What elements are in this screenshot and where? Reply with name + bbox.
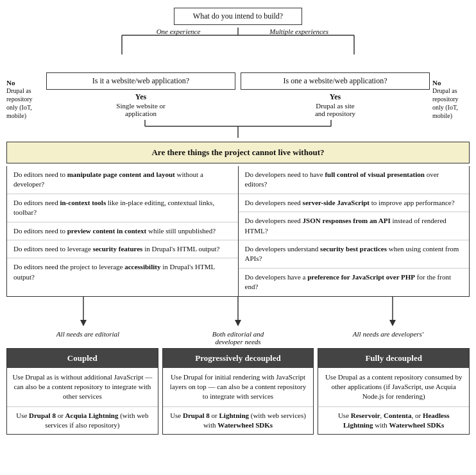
left-yes-desc: Single website or application bbox=[116, 102, 165, 117]
right-branch: Is one a website/web application? Yes Dr… bbox=[241, 72, 470, 120]
left-no-label: No bbox=[6, 79, 44, 87]
card-header-2: Fully decoupled bbox=[318, 349, 469, 368]
left-question-text: Is it a website/web application? bbox=[92, 76, 189, 85]
card-footer-0: Use Drupal 8 or Acquia Lightning (with w… bbox=[7, 407, 158, 435]
questions-grid: Do editors need to manipulate page conte… bbox=[6, 166, 470, 297]
card-header-0: Coupled bbox=[7, 349, 158, 368]
right-question-item-0: Do developers need to have full control … bbox=[239, 166, 470, 194]
right-question-container: Is one a website/web application? Yes Dr… bbox=[241, 72, 430, 117]
right-questions-col: Do developers need to have full control … bbox=[239, 166, 470, 296]
top-question-text: What do you intend to build? bbox=[193, 12, 283, 21]
left-yes: Yes Single website or application bbox=[116, 92, 165, 117]
bottom-cards-row: Coupled Use Drupal as is without additio… bbox=[6, 348, 470, 435]
right-question-item-4: Do developers have a preference for Java… bbox=[239, 269, 470, 296]
card-body-0: Use Drupal as is without additional Java… bbox=[7, 368, 158, 407]
svg-marker-11 bbox=[80, 320, 87, 326]
left-question-item-2: Do editors need to preview content in co… bbox=[7, 222, 238, 240]
card-footer-1: Use Drupal 8 or Lightning (with web serv… bbox=[163, 407, 314, 435]
left-branch: No Drupal asrepositoryonly (IoT,mobile) … bbox=[6, 72, 235, 120]
svg-marker-15 bbox=[389, 320, 396, 326]
bottom-card-1: Progressively decoupled Use Drupal for i… bbox=[162, 348, 314, 435]
card-footer-2: Use Reservoir, Contenta, or Headless Lig… bbox=[318, 407, 469, 435]
right-yes-area: Yes Drupal as site and repository bbox=[241, 92, 430, 117]
left-no-desc: Drupal asrepositoryonly (IoT,mobile) bbox=[6, 87, 44, 120]
big-question-box: Are there things the project cannot live… bbox=[6, 142, 470, 163]
card-body-2: Use Drupal as a content repository consu… bbox=[318, 368, 469, 407]
right-yes: Yes Drupal as site and repository bbox=[315, 92, 355, 117]
big-question-text: Are there things the project cannot live… bbox=[151, 147, 324, 157]
left-question-item-0: Do editors need to manipulate page conte… bbox=[7, 166, 238, 194]
bottom-connectors-svg bbox=[6, 297, 470, 328]
left-questions-col: Do editors need to manipulate page conte… bbox=[7, 166, 239, 296]
top-connectors-svg: One experience Multiple experiences bbox=[6, 28, 470, 72]
bottom-card-0: Coupled Use Drupal as is without additio… bbox=[6, 348, 158, 435]
diagram: What do you intend to build? One experie… bbox=[6, 8, 470, 435]
mid-connectors-svg bbox=[6, 120, 470, 138]
right-question-box: Is one a website/web application? bbox=[241, 72, 430, 90]
left-yes-label: Yes bbox=[116, 92, 165, 102]
right-yes-desc: Drupal as site and repository bbox=[315, 102, 355, 117]
top-question-box: What do you intend to build? bbox=[174, 8, 302, 25]
left-no-note: No Drupal asrepositoryonly (IoT,mobile) bbox=[6, 72, 44, 120]
arrow-label-left: All needs are editorial bbox=[13, 330, 163, 338]
right-no-label: No bbox=[432, 79, 470, 87]
right-question-item-2: Do developers need JSON responses from a… bbox=[239, 212, 470, 240]
right-question-item-1: Do developers need server-side JavaScrip… bbox=[239, 194, 470, 212]
big-question-row: Are there things the project cannot live… bbox=[6, 142, 470, 163]
left-question-box: Is it a website/web application? bbox=[46, 72, 235, 90]
right-question-text: Is one a website/web application? bbox=[284, 76, 387, 85]
right-no-note: No Drupal asrepositoryonly (IoT,mobile) bbox=[432, 72, 470, 120]
left-question-item-4: Do editors need the project to leverage … bbox=[7, 258, 238, 286]
arrow-label-right: All needs are developers' bbox=[313, 330, 463, 338]
card-header-1: Progressively decoupled bbox=[163, 349, 314, 368]
svg-text:Multiple experiences: Multiple experiences bbox=[269, 28, 328, 35]
arrow-labels-row: All needs are editorial Both editorial a… bbox=[6, 330, 470, 346]
right-question-item-3: Do developers understand security best p… bbox=[239, 240, 470, 269]
left-question-item-1: Do editors need in-context tools like in… bbox=[7, 194, 238, 222]
left-question-container: Is it a website/web application? Yes Sin… bbox=[46, 72, 235, 117]
svg-text:One experience: One experience bbox=[157, 28, 201, 35]
left-yes-area: Yes Single website or application bbox=[46, 92, 235, 117]
card-body-1: Use Drupal for initial rendering with Ja… bbox=[163, 368, 314, 407]
svg-marker-13 bbox=[235, 320, 241, 326]
right-yes-label: Yes bbox=[315, 92, 355, 102]
right-no-desc: Drupal asrepositoryonly (IoT,mobile) bbox=[432, 87, 470, 120]
left-question-item-3: Do editors need to leverage security fea… bbox=[7, 240, 238, 258]
top-question-row: What do you intend to build? bbox=[6, 8, 470, 25]
level2-row: No Drupal asrepositoryonly (IoT,mobile) … bbox=[6, 72, 470, 120]
arrow-label-mid: Both editorial and developer needs bbox=[163, 330, 313, 346]
bottom-card-2: Fully decoupled Use Drupal as a content … bbox=[318, 348, 470, 435]
